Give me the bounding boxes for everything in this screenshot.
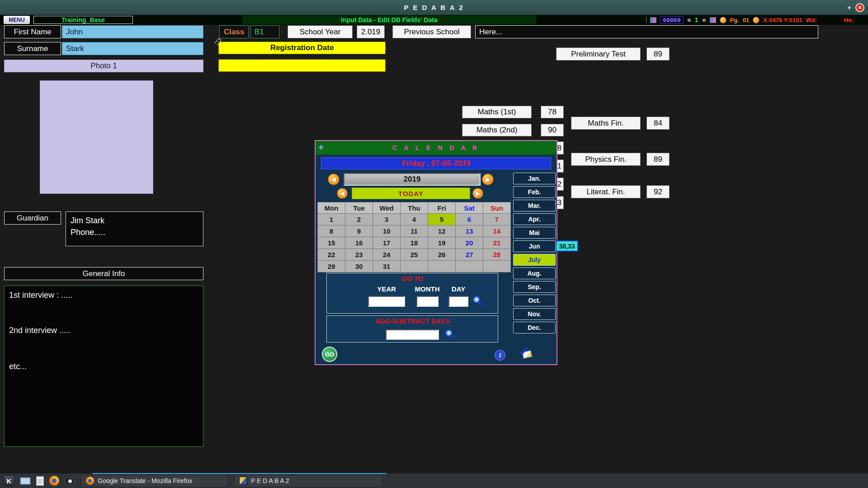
calendar-day-cell[interactable]: 9	[345, 225, 373, 237]
calendar-day-cell[interactable]: 15	[318, 237, 345, 249]
menu-button[interactable]: MENU	[4, 16, 30, 24]
physics-fin-field[interactable]: 89	[646, 153, 670, 166]
window-close-button[interactable]: ×	[855, 3, 864, 12]
prev-year-button[interactable]: ◀	[328, 174, 340, 185]
month-button-apr[interactable]: Apr.	[513, 213, 556, 225]
window-shade-icon[interactable]: ▾	[848, 4, 851, 11]
calendar-day-cell[interactable]: 31	[373, 261, 400, 272]
calendar-day-cell[interactable]: 20	[456, 237, 483, 249]
calendar-day-cell[interactable]: 7	[483, 214, 510, 225]
maths-1st-field[interactable]: 78	[541, 106, 564, 118]
go-button[interactable]: GO	[322, 347, 337, 362]
calendar-titlebar[interactable]: + C A L E N D A R	[316, 141, 557, 155]
month-button-jan[interactable]: Jan.	[513, 173, 556, 184]
goto-search-icon[interactable]	[472, 295, 483, 306]
file-manager-icon[interactable]	[20, 477, 31, 485]
guardian-field[interactable]: Jim Stark Phone.....	[66, 211, 203, 246]
calendar-day-cell[interactable]: 13	[456, 225, 483, 237]
next-year-button[interactable]: ▶	[482, 174, 494, 185]
day-header: Sun	[483, 202, 510, 213]
calendar-day-cell[interactable]: 24	[373, 249, 400, 260]
task-button-pedaba[interactable]: P E D A B A 2	[234, 475, 382, 487]
literat-fin-field[interactable]: 92	[646, 185, 670, 198]
month-button-july-selected[interactable]: July	[513, 254, 556, 266]
average-value: 38,33	[556, 240, 578, 252]
calendar-day-cell[interactable]: 30	[345, 261, 373, 272]
calendar-day-cell[interactable]: 27	[456, 249, 483, 260]
month-button-oct[interactable]: Oct.	[513, 295, 556, 306]
calendar-day-cell[interactable]: 1	[318, 214, 345, 225]
month-button-nov[interactable]: Nov.	[513, 308, 556, 320]
image-viewer-icon[interactable]	[65, 477, 75, 485]
record-number: 1	[695, 16, 698, 23]
month-button-feb[interactable]: Feb.	[513, 186, 556, 198]
next-month-button[interactable]: ▶	[472, 188, 483, 199]
calendar-day-cell[interactable]: 21	[483, 237, 510, 249]
month-button-dec[interactable]: Dec.	[513, 322, 556, 333]
task-button-firefox[interactable]: Google Translate - Mozilla Firefox	[81, 475, 228, 487]
calendar-day-cell[interactable]: 28	[483, 249, 510, 260]
add-subtract-input[interactable]	[386, 329, 439, 340]
month-button-jun[interactable]: Jun	[513, 240, 556, 252]
calendar-day-cell-selected[interactable]: 5	[428, 214, 455, 225]
calendar-day-cell	[483, 261, 510, 272]
month-button-aug[interactable]: Aug.	[513, 267, 556, 279]
text-editor-icon[interactable]	[36, 476, 44, 486]
kde-menu-icon[interactable]: K	[4, 475, 14, 486]
calendar-day-cell[interactable]: 2	[345, 214, 373, 225]
calendar-day-cell[interactable]: 23	[345, 249, 373, 260]
today-button[interactable]: TODAY	[352, 188, 470, 199]
month-button-mar[interactable]: Mar.	[513, 200, 556, 211]
apply-check-icon[interactable]: ✓	[518, 346, 533, 361]
month-button-sep[interactable]: Sep.	[513, 281, 556, 293]
add-subtract-search-icon[interactable]	[444, 328, 455, 339]
calendar-day-cell	[456, 261, 483, 272]
calendar-day-cell[interactable]: 29	[318, 261, 345, 272]
physics-fin-label: Physics Fin.	[571, 153, 641, 166]
calendar-day-cell[interactable]: 12	[428, 225, 455, 237]
nav-last-icon[interactable]: »	[702, 16, 706, 23]
calendar-day-cell[interactable]: 10	[373, 225, 400, 237]
calendar-day-cell[interactable]: 22	[318, 249, 345, 260]
first-name-field[interactable]: John	[62, 25, 203, 38]
goto-month-input[interactable]	[416, 296, 439, 307]
photo-field[interactable]	[40, 80, 153, 194]
calendar-day-cell[interactable]: 19	[428, 237, 455, 249]
calendar-day-cell[interactable]: 18	[401, 237, 428, 249]
menubar-status-cluster: 00000 « 1 » Pg. 01 X:0478 Y:0101 Wd: He:	[646, 16, 865, 24]
active-task-indicator	[93, 473, 387, 474]
page-icon[interactable]	[720, 17, 726, 23]
calendar-day-cell[interactable]: 8	[318, 225, 345, 237]
class-field[interactable]: B1	[250, 25, 279, 38]
goto-year-input[interactable]	[368, 296, 405, 307]
prev-month-button[interactable]: ◀	[337, 188, 348, 199]
firefox-icon[interactable]	[49, 476, 59, 486]
calendar-day-cell	[401, 261, 428, 272]
calendar-day-cell[interactable]: 14	[483, 225, 510, 237]
info-button[interactable]: i	[495, 350, 505, 361]
calendar-day-cell[interactable]: 25	[401, 249, 428, 260]
registration-date-field[interactable]	[218, 59, 386, 72]
goto-day-input[interactable]	[448, 296, 468, 307]
nav-first-icon[interactable]: «	[687, 16, 691, 23]
month-button-mai[interactable]: Mai	[513, 227, 556, 239]
calendar-day-cell[interactable]: 4	[401, 214, 428, 225]
bookmark-icon[interactable]	[753, 17, 760, 23]
calendar-day-cell[interactable]: 17	[373, 237, 400, 249]
pedaba-app-icon	[239, 477, 247, 485]
calendar-day-cell[interactable]: 11	[401, 225, 428, 237]
surname-field[interactable]: Stark	[62, 42, 203, 55]
calendar-day-cell[interactable]: 16	[345, 237, 373, 249]
calendar-day-cell	[428, 261, 455, 272]
calendar-day-cell[interactable]: 26	[428, 249, 455, 260]
general-info-field[interactable]: 1st interview : ..... 2nd interview ....…	[4, 286, 203, 447]
calendar-day-cell[interactable]: 6	[456, 214, 483, 225]
maths-2nd-field[interactable]: 90	[541, 124, 564, 136]
school-year-field[interactable]: 2.019	[357, 25, 385, 38]
calendar-day-cell[interactable]: 3	[373, 214, 400, 225]
firefox-task-icon	[86, 477, 94, 485]
preliminary-test-field[interactable]: 89	[646, 47, 670, 61]
maths-fin-field[interactable]: 84	[646, 117, 670, 130]
move-handle-icon[interactable]: +	[319, 143, 324, 152]
previous-school-field[interactable]: Here...	[475, 25, 818, 38]
